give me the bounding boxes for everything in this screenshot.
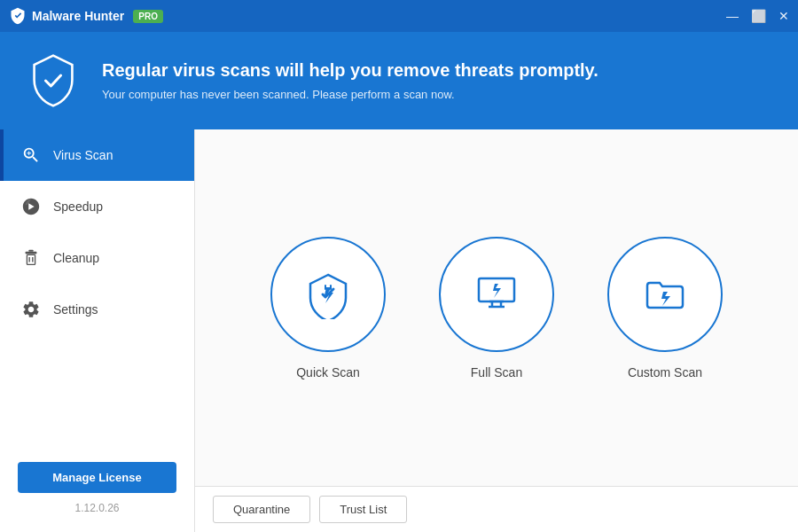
custom-scan-icon (640, 270, 690, 319)
app-logo: Malware Hunter PRO (9, 7, 163, 25)
svg-rect-1 (27, 254, 35, 264)
custom-scan-option[interactable]: Custom Scan (607, 237, 723, 379)
settings-icon (21, 300, 41, 319)
pro-badge: PRO (133, 10, 163, 23)
title-bar: Malware Hunter PRO — ⬜ ✕ (0, 0, 798, 32)
main-layout: Virus Scan Speedup Cleanup (0, 129, 798, 532)
header-text: Regular virus scans will help you remove… (102, 60, 598, 101)
close-button[interactable]: ✕ (778, 9, 789, 23)
quick-scan-circle[interactable] (270, 237, 386, 352)
window-controls: — ⬜ ✕ (726, 9, 789, 23)
sidebar-item-label-virus-scan: Virus Scan (53, 148, 113, 162)
sidebar: Virus Scan Speedup Cleanup (0, 129, 195, 532)
maximize-button[interactable]: ⬜ (751, 9, 766, 23)
quarantine-button[interactable]: Quarantine (213, 496, 310, 523)
quick-scan-label: Quick Scan (296, 365, 360, 379)
quick-scan-icon (303, 270, 353, 319)
scan-options: Quick Scan Full Scan (195, 129, 798, 486)
trust-list-button[interactable]: Trust List (319, 496, 407, 523)
app-name: Malware Hunter (32, 9, 124, 23)
sidebar-bottom: Manage License 1.12.0.26 (0, 444, 194, 532)
full-scan-icon (472, 270, 521, 319)
header-shield-icon (27, 54, 80, 107)
manage-license-button[interactable]: Manage License (18, 462, 176, 493)
quick-scan-option[interactable]: Quick Scan (270, 237, 386, 379)
svg-rect-0 (26, 252, 37, 254)
header-subtext: Your computer has never been scanned. Pl… (102, 88, 598, 101)
virus-scan-icon (21, 145, 41, 165)
custom-scan-label: Custom Scan (628, 365, 702, 379)
full-scan-option[interactable]: Full Scan (439, 237, 554, 379)
full-scan-label: Full Scan (471, 365, 522, 379)
cleanup-icon (21, 248, 41, 268)
header-banner: Regular virus scans will help you remove… (0, 32, 798, 129)
minimize-button[interactable]: — (726, 9, 739, 23)
sidebar-item-label-cleanup: Cleanup (53, 251, 99, 265)
content-area: Quick Scan Full Scan (195, 129, 798, 532)
svg-rect-4 (28, 250, 34, 252)
custom-scan-circle[interactable] (607, 237, 723, 352)
sidebar-item-label-settings: Settings (53, 302, 98, 317)
full-scan-circle[interactable] (439, 237, 554, 352)
bottom-bar: Quarantine Trust List (195, 486, 798, 532)
app-logo-icon (9, 7, 27, 25)
sidebar-item-label-speedup: Speedup (53, 200, 103, 214)
header-headline: Regular virus scans will help you remove… (102, 60, 598, 81)
sidebar-item-speedup[interactable]: Speedup (0, 181, 194, 232)
sidebar-item-settings[interactable]: Settings (0, 284, 194, 335)
version-text: 1.12.0.26 (74, 502, 119, 514)
sidebar-item-virus-scan[interactable]: Virus Scan (0, 129, 194, 181)
sidebar-item-cleanup[interactable]: Cleanup (0, 232, 194, 284)
speedup-icon (21, 197, 41, 216)
